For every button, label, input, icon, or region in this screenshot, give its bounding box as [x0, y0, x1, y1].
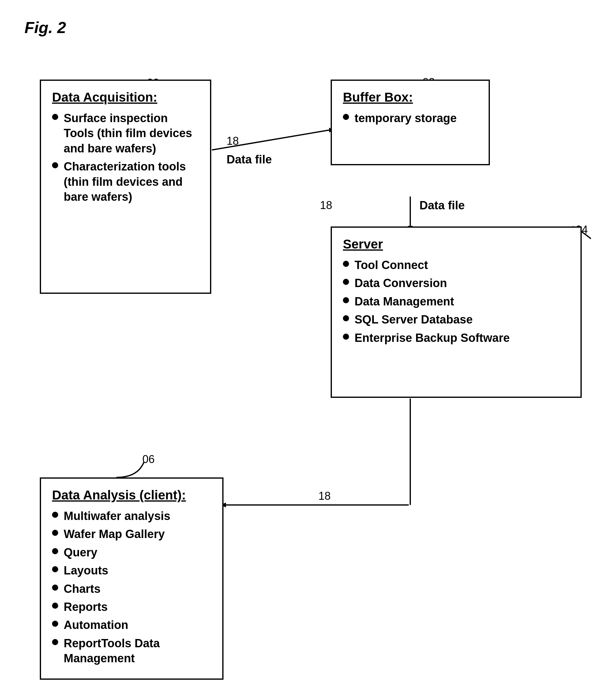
item-text: Surface inspection Tools (thin film devi…	[64, 111, 199, 156]
item-text: Query	[64, 545, 97, 560]
buffer-list: temporary storage	[343, 111, 477, 126]
item-text: ReportTools Data Management	[64, 636, 211, 666]
list-item: Surface inspection Tools (thin film devi…	[52, 111, 199, 156]
data-acquisition-title: Data Acquisition:	[52, 90, 199, 105]
bullet-icon	[52, 639, 58, 645]
item-text: Data Conversion	[355, 276, 447, 291]
ref-06: 06	[142, 453, 155, 466]
item-text: temporary storage	[355, 111, 457, 126]
box-server: Server Tool Connect Data Conversion Data…	[331, 226, 582, 398]
list-item: Data Management	[343, 294, 569, 309]
list-item: ReportTools Data Management	[52, 636, 211, 666]
ref-18c: 18	[318, 490, 331, 502]
ref-18b: 18	[320, 199, 332, 212]
ref-18a: 18	[226, 135, 239, 147]
data-analysis-title: Data Analysis (client):	[52, 488, 211, 502]
list-item: Enterprise Backup Software	[343, 331, 569, 345]
item-text: Characterization tools (thin film device…	[64, 159, 199, 205]
diagram-area: 00 02 18 Data file 18 Data file 04 06 18…	[25, 49, 591, 692]
page-container: Fig. 2	[0, 0, 616, 699]
buffer-title: Buffer Box:	[343, 90, 477, 105]
list-item: Charts	[52, 581, 211, 596]
bullet-icon	[52, 512, 58, 518]
data-analysis-list: Multiwafer analysis Wafer Map Gallery Qu…	[52, 509, 211, 666]
item-text: Enterprise Backup Software	[355, 331, 510, 345]
list-item: Automation	[52, 618, 211, 633]
item-text: Reports	[64, 599, 108, 615]
bullet-icon	[343, 114, 349, 120]
list-item: Data Conversion	[343, 276, 569, 291]
list-item: temporary storage	[343, 111, 477, 126]
bullet-icon	[52, 621, 58, 627]
box-buffer: Buffer Box: temporary storage	[331, 80, 490, 165]
list-item: Tool Connect	[343, 258, 569, 273]
list-item: Layouts	[52, 563, 211, 578]
bullet-icon	[52, 603, 58, 609]
bullet-icon	[52, 530, 58, 536]
bullet-icon	[52, 566, 58, 572]
bullet-icon	[343, 333, 349, 340]
item-text: Layouts	[64, 563, 108, 578]
server-title: Server	[343, 237, 569, 252]
server-list: Tool Connect Data Conversion Data Manage…	[343, 258, 569, 345]
figure-label: Fig. 2	[25, 18, 591, 37]
bullet-icon	[343, 261, 349, 267]
bullet-icon	[52, 162, 58, 168]
box-data-analysis: Data Analysis (client): Multiwafer analy…	[40, 477, 223, 680]
bullet-icon	[52, 114, 58, 120]
bullet-icon	[343, 297, 349, 303]
bullet-icon	[52, 584, 58, 591]
item-text: Wafer Map Gallery	[64, 527, 165, 542]
list-item: Reports	[52, 599, 211, 615]
data-acquisition-list: Surface inspection Tools (thin film devi…	[52, 111, 199, 205]
item-text: SQL Server Database	[355, 312, 473, 327]
list-item: Wafer Map Gallery	[52, 527, 211, 542]
item-text: Charts	[64, 581, 101, 596]
data-file-label-2: Data file	[419, 199, 465, 212]
list-item: Characterization tools (thin film device…	[52, 159, 199, 205]
item-text: Multiwafer analysis	[64, 509, 170, 524]
item-text: Automation	[64, 618, 128, 633]
item-text: Tool Connect	[355, 258, 428, 273]
list-item: Multiwafer analysis	[52, 509, 211, 524]
bullet-icon	[343, 279, 349, 285]
bullet-icon	[343, 315, 349, 321]
data-file-label-1: Data file	[226, 153, 272, 166]
item-text: Data Management	[355, 294, 454, 309]
list-item: Query	[52, 545, 211, 560]
box-data-acquisition: Data Acquisition: Surface inspection Too…	[40, 80, 211, 294]
list-item: SQL Server Database	[343, 312, 569, 327]
bullet-icon	[52, 548, 58, 554]
